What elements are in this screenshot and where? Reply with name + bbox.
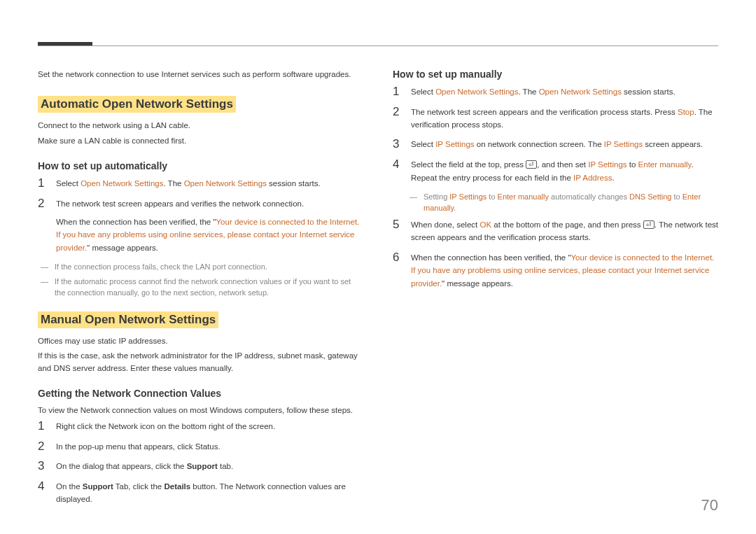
enter-icon: ⏎: [526, 160, 537, 169]
note-fragment: automatically changes: [549, 192, 629, 201]
step-text: Tab, click the: [113, 482, 164, 491]
paragraph: Connect to the network using a LAN cable…: [38, 120, 363, 132]
steps-list-get-values: 1 Right click the Network icon on the bo…: [38, 420, 363, 506]
step-text: .: [612, 174, 614, 182]
step-text: session starts.: [622, 87, 676, 96]
list-item: 5 When done, select OK at the bottom of …: [393, 218, 718, 244]
left-column: Set the network connection to use Intern…: [38, 69, 363, 513]
section-heading-manual: Manual Open Network Settings: [38, 311, 218, 328]
step-text: , and then set: [537, 160, 588, 169]
step-text: Select the field at the top, press: [411, 160, 526, 169]
paragraph: Offices may use static IP addresses.: [38, 335, 363, 348]
steps-list-manual: 1 Select Open Network Settings. The Open…: [393, 85, 718, 184]
note-text: If the automatic process cannot find the…: [38, 276, 363, 299]
step-number: 1: [38, 177, 46, 190]
two-column-layout: Set the network connection to use Intern…: [38, 43, 718, 513]
paragraph: Make sure a LAN cable is connected first…: [38, 135, 363, 148]
page-number: 70: [701, 496, 718, 514]
step-number: 3: [38, 460, 46, 473]
step-number: 4: [38, 480, 46, 493]
right-column: How to set up manually 1 Select Open Net…: [393, 69, 718, 513]
list-item: 1 Select Open Network Settings. The Open…: [38, 177, 363, 190]
step-text: Select: [411, 87, 435, 96]
steps-list-auto: 1 Select Open Network Settings. The Open…: [38, 177, 363, 254]
step-text: to: [627, 160, 638, 169]
ui-term: Stop: [678, 108, 694, 116]
step-number: 5: [393, 218, 401, 232]
list-item: 2 The network test screen appears and ve…: [38, 197, 363, 255]
ui-term: IP Settings: [449, 192, 486, 201]
ui-term: Open Network Settings: [184, 179, 267, 188]
note-fragment: to: [486, 192, 497, 201]
step-number: 2: [393, 106, 401, 119]
step-text: Select: [56, 179, 80, 188]
step-text: On the: [56, 482, 83, 491]
note-fragment: to: [671, 192, 682, 201]
ui-term: IP Settings: [588, 160, 626, 169]
step-number: 1: [38, 420, 46, 433]
step-text: The network test screen appears and veri…: [56, 197, 363, 210]
ui-term: Enter manually: [638, 160, 692, 169]
step-text: When the connection has been verified, t…: [56, 218, 216, 226]
top-horizontal-rule: [38, 45, 718, 46]
list-item: 1 Right click the Network icon on the bo…: [38, 420, 363, 433]
list-item: 2 In the pop-up menu that appears, click…: [38, 440, 363, 454]
ui-term: Open Network Settings: [435, 87, 518, 96]
list-item: 3 Select IP Settings on network connecti…: [393, 138, 718, 151]
step-text: When done, select: [411, 220, 479, 229]
ui-term: Enter manually: [498, 192, 549, 201]
step-number: 4: [393, 158, 401, 171]
step-number: 1: [393, 85, 401, 99]
ui-term: Support: [187, 462, 218, 470]
ui-term: OK: [479, 220, 491, 229]
list-item: 2 The network test screen appears and th…: [393, 106, 718, 132]
step-text: In the pop-up menu that appears, click S…: [56, 440, 363, 453]
list-item: 1 Select Open Network Settings. The Open…: [393, 85, 718, 99]
sub-heading-setup-auto: How to set up automatically: [38, 160, 363, 171]
section-heading-automatic: Automatic Open Network Settings: [38, 96, 236, 113]
ui-term: DNS Setting: [629, 192, 672, 201]
ui-term: IP Settings: [435, 140, 474, 148]
sub-heading-setup-manual: How to set up manually: [393, 69, 718, 80]
note-text: If the connection process fails, check t…: [38, 261, 363, 273]
list-item: 3 On the dialog that appears, click the …: [38, 460, 363, 473]
step-text: screen appears.: [643, 140, 703, 148]
step-text: . The: [518, 87, 538, 96]
note-fragment: .: [454, 204, 456, 212]
ui-term: IP Address: [573, 174, 612, 182]
step-number: 2: [38, 440, 46, 454]
step-text: tab.: [218, 462, 233, 470]
step-number: 6: [393, 251, 401, 265]
step-text: On the dialog that appears, click the: [56, 462, 187, 470]
step-text: " message appears.: [442, 279, 513, 288]
steps-list-manual-cont: 5 When done, select OK at the bottom of …: [393, 218, 718, 290]
step-text: When the connection has been verified, t…: [411, 253, 570, 262]
step-text: at the bottom of the page, and then pres…: [491, 220, 643, 229]
ui-term: IP Settings: [604, 140, 643, 148]
chapter-mark: [38, 42, 92, 45]
step-text: . The: [163, 179, 183, 188]
note-text: Setting IP Settings to Enter manually au…: [393, 191, 718, 214]
ui-term: Details: [164, 482, 190, 491]
step-text: on network connection screen. The: [475, 140, 604, 148]
step-text: Right click the Network icon on the bott…: [56, 420, 363, 433]
intro-text: Set the network connection to use Intern…: [38, 69, 363, 80]
step-number: 2: [38, 197, 46, 211]
step-text: The network test screen appears and the …: [411, 108, 678, 116]
enter-icon: ⏎: [643, 220, 654, 229]
paragraph: If this is the case, ask the network adm…: [38, 350, 363, 375]
paragraph: To view the Network connection values on…: [38, 405, 363, 417]
step-text: Select: [411, 140, 435, 148]
sub-heading-get-values: Getting the Network Connection Values: [38, 388, 363, 399]
list-item: 4 On the Support Tab, click the Details …: [38, 480, 363, 506]
ui-term: Open Network Settings: [80, 179, 163, 188]
step-text: session starts.: [267, 179, 321, 188]
list-item: 4 Select the field at the top, press ⏎, …: [393, 158, 718, 184]
step-number: 3: [393, 138, 401, 151]
ui-term: Support: [83, 482, 113, 491]
ui-term: Open Network Settings: [539, 87, 622, 96]
note-fragment: Setting: [424, 192, 449, 201]
step-text: " message appears.: [87, 244, 158, 252]
list-item: 6 When the connection has been verified,…: [393, 251, 718, 290]
